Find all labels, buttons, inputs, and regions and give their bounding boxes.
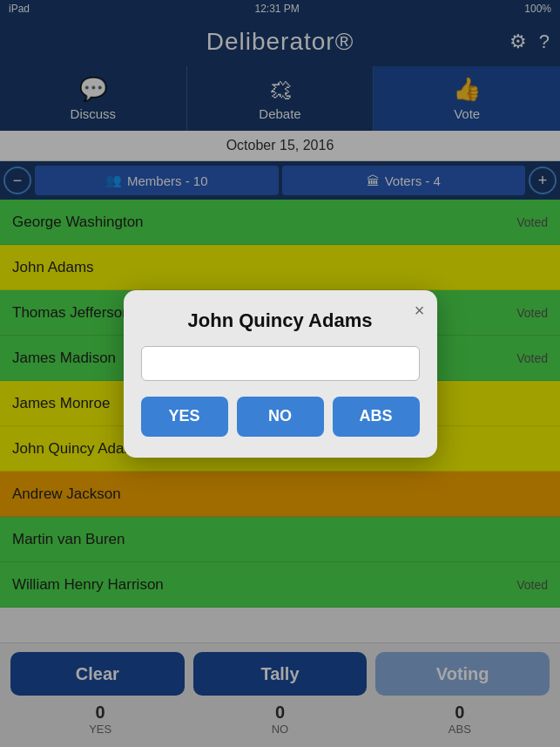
modal-close-button[interactable]: ×: [415, 301, 425, 321]
modal-abs-button[interactable]: ABS: [333, 397, 420, 437]
modal-yes-button[interactable]: YES: [141, 397, 228, 437]
modal-input[interactable]: [141, 346, 420, 381]
modal-buttons: YESNOABS: [141, 397, 420, 437]
modal-overlay[interactable]: × John Quincy Adams YESNOABS: [0, 0, 560, 747]
vote-modal: × John Quincy Adams YESNOABS: [124, 290, 437, 458]
modal-title: John Quincy Adams: [141, 309, 420, 332]
modal-no-button[interactable]: NO: [237, 397, 324, 437]
